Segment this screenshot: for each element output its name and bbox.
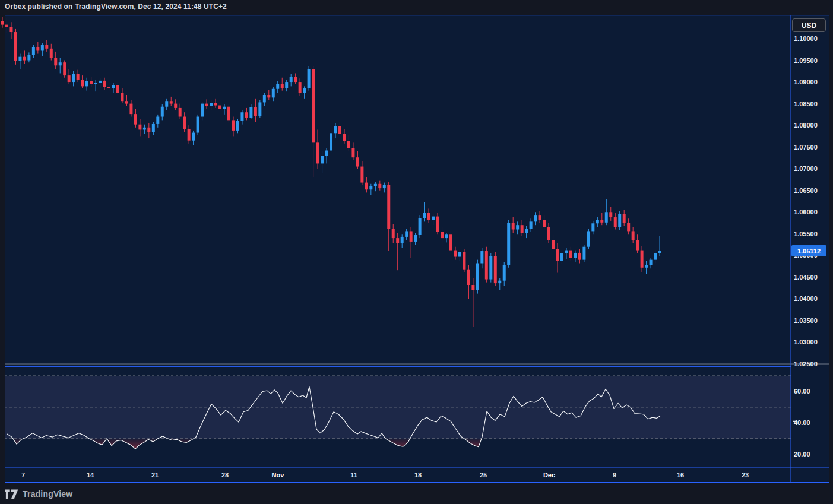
candle-body xyxy=(125,101,128,103)
candle-body xyxy=(507,223,510,265)
candle-body xyxy=(308,69,311,88)
candle-body xyxy=(312,69,315,142)
indicator-tick-label: 60.00 xyxy=(794,387,829,395)
indicator-tick-label: 20.00 xyxy=(794,450,829,458)
candle-body xyxy=(574,253,577,258)
candle-body xyxy=(347,141,350,148)
candle-body xyxy=(494,256,497,283)
candle-body xyxy=(272,89,275,98)
candle-body xyxy=(121,93,123,101)
candle-body xyxy=(423,213,426,218)
candle-body xyxy=(441,232,444,238)
time-tick-label: 28 xyxy=(221,470,229,480)
candle-body xyxy=(321,156,324,163)
price-tick-label: 1.10000 xyxy=(794,34,829,43)
candle-body xyxy=(632,231,635,240)
candle-body xyxy=(90,81,93,84)
candle-body xyxy=(338,126,341,134)
candle-body xyxy=(525,229,528,233)
time-tick-label: 9 xyxy=(613,470,616,480)
price-tick-label: 1.08000 xyxy=(794,121,829,129)
candle-body xyxy=(5,25,8,27)
candle-body xyxy=(81,80,84,86)
chart-canvas[interactable] xyxy=(0,0,833,504)
candle-body xyxy=(188,129,191,141)
time-tick-label: 25 xyxy=(480,470,487,480)
candle-body xyxy=(254,107,257,116)
candle-body xyxy=(351,148,354,157)
candle-body xyxy=(569,251,572,258)
candle-body xyxy=(641,251,644,268)
price-tick-label: 1.08500 xyxy=(794,100,829,108)
price-tick-label: 1.07500 xyxy=(794,143,829,151)
tradingview-attribution[interactable]: TradingView xyxy=(5,487,72,501)
candle-body xyxy=(463,252,465,269)
candle-body xyxy=(85,81,88,87)
candle-body xyxy=(63,62,66,75)
candle-body xyxy=(436,217,439,232)
candle-body xyxy=(378,184,381,188)
candle-body xyxy=(156,117,159,124)
candle-body xyxy=(614,217,617,227)
candle-body xyxy=(596,220,599,223)
time-tick-month-label: Dec xyxy=(543,470,555,480)
candle-body xyxy=(419,218,422,234)
candle-body xyxy=(129,104,132,115)
candle-body xyxy=(236,121,239,131)
candle-body xyxy=(1,21,4,25)
candle-body xyxy=(445,234,448,238)
candle-body xyxy=(54,58,57,65)
candle-body xyxy=(99,81,102,83)
candle-body xyxy=(232,120,235,131)
candle-body xyxy=(547,227,550,240)
candle-body xyxy=(485,251,488,279)
candle-body xyxy=(521,225,524,233)
price-tick-label: 1.09000 xyxy=(794,78,829,86)
candle-body xyxy=(192,133,195,141)
currency-axis-button[interactable]: USD xyxy=(792,18,826,32)
candle-body xyxy=(116,85,119,93)
candle-body xyxy=(392,229,395,238)
candle-body xyxy=(107,87,110,88)
candle-body xyxy=(587,231,590,246)
candle-body xyxy=(290,77,293,82)
candle-body xyxy=(560,253,563,261)
candle-body xyxy=(498,281,501,283)
time-tick-label: 23 xyxy=(742,470,749,480)
candle-body xyxy=(480,251,483,263)
candle-body xyxy=(658,251,661,253)
candle-body xyxy=(534,215,537,221)
candle-body xyxy=(578,253,581,260)
time-tick-label: 16 xyxy=(677,470,684,480)
candle-body xyxy=(50,49,53,58)
time-tick-label: 7 xyxy=(21,470,25,480)
candle-body xyxy=(410,231,413,242)
candle-body xyxy=(454,251,457,257)
candle-body xyxy=(516,225,519,229)
price-tick-label: 1.07000 xyxy=(794,164,829,173)
time-tick-label: 18 xyxy=(414,470,422,480)
candle-body xyxy=(32,47,35,55)
candle-body xyxy=(240,112,243,121)
candle-body xyxy=(556,249,559,261)
candle-body xyxy=(77,74,80,80)
candle-body xyxy=(218,106,221,109)
candle-body xyxy=(401,237,404,243)
candle-body xyxy=(552,240,555,249)
candle-body xyxy=(343,134,346,141)
candle-body xyxy=(41,45,44,50)
price-tick-label: 1.09500 xyxy=(794,56,829,65)
candle-body xyxy=(489,256,492,279)
candle-body xyxy=(179,108,182,117)
candle-body xyxy=(512,223,515,230)
candle-body xyxy=(623,214,626,223)
candle-body xyxy=(36,47,39,51)
oscillator-oversold-fill xyxy=(167,439,194,443)
price-tick-label: 1.05500 xyxy=(794,230,829,238)
candle-body xyxy=(267,95,270,97)
price-tick-label: 1.03500 xyxy=(794,316,829,325)
candle-body xyxy=(618,214,621,227)
candle-body xyxy=(591,223,594,231)
candle-body xyxy=(387,185,390,229)
candle-body xyxy=(201,104,204,117)
